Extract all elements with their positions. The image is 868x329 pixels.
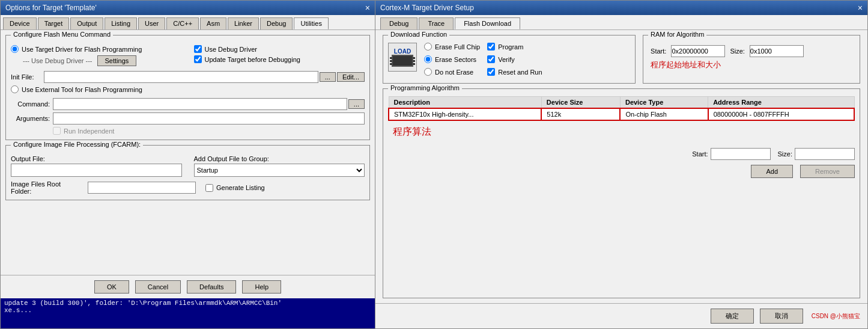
erase-full-chip-radio[interactable] [424, 43, 432, 51]
left-content: Configure Flash Menu Command Use Target … [1, 30, 375, 275]
update-target-checkbox[interactable] [194, 55, 202, 63]
tab-listing[interactable]: Listing [105, 17, 137, 29]
ram-annotation: 程序起始地址和大小 [651, 60, 852, 70]
right-top-row: Download Function LOAD Erase Full Chip [383, 35, 860, 84]
ram-size-input[interactable] [750, 45, 804, 57]
output-file-label: Output File: [11, 155, 182, 162]
tab-device[interactable]: Device [3, 17, 37, 29]
defaults-button[interactable]: Defaults [187, 280, 236, 294]
init-file-input[interactable] [44, 71, 318, 83]
add-output-select[interactable]: Startup [194, 164, 365, 177]
algo-start-input[interactable] [711, 148, 771, 160]
ram-start-input[interactable] [671, 45, 725, 57]
ram-start-label: Start: [651, 48, 666, 55]
col-address-range: Address Range [708, 97, 854, 109]
terminal-line2: xe.s... [4, 307, 371, 314]
row-description: STM32F10x High-density... [389, 108, 541, 120]
right-title-bar: Cortex-M Target Driver Setup × [375, 1, 867, 15]
use-target-driver-label: Use Target Driver for Flash Programming [22, 46, 142, 53]
erase-sectors-radio[interactable] [424, 55, 432, 63]
command-label: Command: [11, 100, 50, 108]
use-debug-driver-checkbox[interactable] [194, 45, 202, 53]
verify-label: Verify [498, 56, 515, 63]
init-edit-button[interactable]: Edit... [337, 72, 365, 82]
do-not-erase-label: Do not Erase [435, 69, 473, 76]
right-close-button[interactable]: × [858, 3, 863, 13]
add-button[interactable]: Add [751, 165, 793, 178]
table-row[interactable]: STM32F10x High-density... 512k On-chip F… [389, 108, 854, 120]
right-footer: 确定 取消 CSDN @小熊猫宝 [375, 303, 867, 328]
row-address-range: 08000000H - 0807FFFFH [708, 108, 854, 120]
run-independent-label: Run Independent [64, 128, 114, 135]
init-browse-button[interactable]: ... [320, 72, 336, 82]
chip-icon [392, 55, 413, 67]
tab-utilities[interactable]: Utilities [294, 17, 328, 29]
ok-button[interactable]: OK [94, 280, 129, 294]
load-icon: LOAD [388, 43, 417, 72]
col-device-size: Device Size [541, 97, 620, 109]
ram-group: RAM for Algorithm Start: Size: 程序起始地址和大小 [643, 35, 860, 84]
cancel-button[interactable]: Cancel [135, 280, 181, 294]
root-folder-input[interactable] [88, 182, 196, 194]
tab-debug[interactable]: Debug [260, 17, 293, 29]
help-button[interactable]: Help [242, 280, 281, 294]
image-group-title: Configure Image File Processing (FCARM): [11, 141, 143, 148]
ram-size-label: Size: [730, 48, 744, 55]
tab-linker[interactable]: Linker [228, 17, 259, 29]
generate-listing-checkbox[interactable] [205, 184, 213, 192]
tab-debug-right[interactable]: Debug [380, 17, 417, 29]
download-function-group: Download Function LOAD Erase Full Chip [383, 35, 636, 84]
output-file-input[interactable] [11, 164, 182, 177]
left-close-button[interactable]: × [365, 3, 370, 13]
tab-target[interactable]: Target [38, 17, 70, 29]
settings-button[interactable]: Settings [97, 55, 137, 66]
right-panel: Cortex-M Target Driver Setup × Debug Tra… [375, 0, 868, 329]
command-input[interactable] [53, 98, 347, 110]
use-external-tool-radio[interactable] [11, 85, 19, 93]
tab-trace[interactable]: Trace [419, 17, 454, 29]
algo-size-label: Size: [778, 150, 792, 158]
tab-cpp[interactable]: C/C++ [166, 17, 199, 29]
left-window-title: Options for Target 'Template' [5, 4, 97, 12]
algo-bottom: Start: Size: [388, 148, 855, 160]
confirm-button[interactable]: 确定 [711, 309, 754, 324]
right-tabs: Debug Trace Flash Download [375, 15, 867, 30]
terminal-bar: update 3 (build 300)', folder: 'D:\Progr… [1, 298, 375, 328]
erase-sectors-label: Erase Sectors [435, 56, 476, 63]
algo-size-input[interactable] [795, 148, 855, 160]
download-checkboxes: Program Verify Reset and Run [487, 43, 542, 78]
right-cancel-button[interactable]: 取消 [760, 309, 803, 324]
download-function-title: Download Function [388, 31, 449, 38]
left-panel: Options for Target 'Template' × Device T… [0, 0, 375, 329]
right-window-title: Cortex-M Target Driver Setup [380, 4, 474, 12]
left-footer: OK Cancel Defaults Help [1, 275, 375, 298]
generate-listing-label: Generate Listing [216, 184, 265, 191]
algo-annotation: 程序算法 [388, 121, 855, 143]
tab-asm[interactable]: Asm [200, 17, 226, 29]
reset-run-checkbox[interactable] [487, 68, 495, 76]
row-device-size: 512k [541, 108, 620, 120]
image-group: Configure Image File Processing (FCARM):… [5, 145, 370, 200]
right-content: Download Function LOAD Erase Full Chip [375, 30, 867, 303]
arguments-input[interactable] [53, 112, 365, 125]
do-not-erase-radio[interactable] [424, 68, 432, 76]
tab-user[interactable]: User [138, 17, 165, 29]
algo-group: Programming Algorithm Description Device… [383, 88, 860, 298]
algo-action-btns: Add Remove [388, 165, 855, 178]
col-description: Description [389, 97, 541, 109]
command-browse-button[interactable]: ... [348, 99, 365, 109]
update-target-label: Update Target before Debugging [205, 56, 300, 63]
run-independent-checkbox[interactable] [53, 127, 61, 135]
left-tabs: Device Target Output Listing User C/C++ … [1, 15, 375, 30]
use-debug-driver-checkbox-label: Use Debug Driver [205, 46, 257, 53]
remove-button[interactable]: Remove [800, 165, 855, 178]
algo-start-label: Start: [692, 150, 708, 158]
tab-output[interactable]: Output [70, 17, 103, 29]
use-target-driver-radio[interactable] [11, 45, 19, 53]
verify-checkbox[interactable] [487, 55, 495, 63]
program-checkbox[interactable] [487, 43, 495, 51]
use-external-tool-label: Use External Tool for Flash Programming [22, 86, 142, 93]
download-options: Erase Full Chip Erase Sectors Do not Era… [424, 43, 480, 78]
tab-flash-download[interactable]: Flash Download [455, 17, 520, 29]
flash-menu-title: Configure Flash Menu Command [11, 31, 113, 38]
